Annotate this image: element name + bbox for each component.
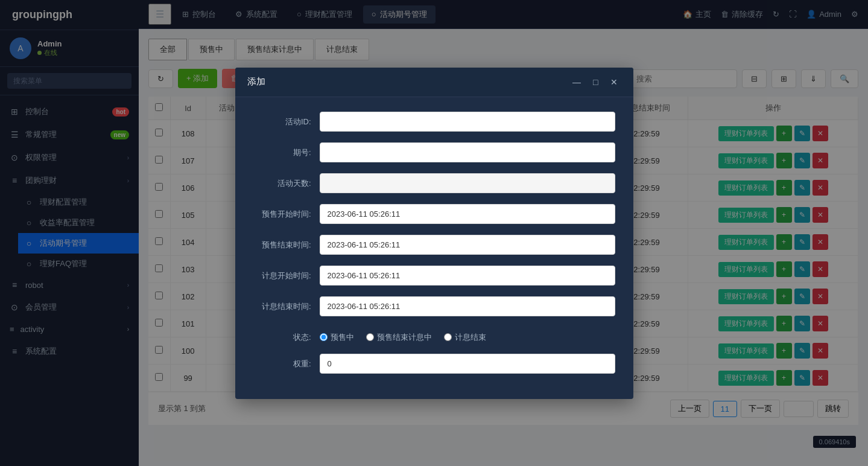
weight-field [320, 354, 615, 374]
weight-label: 权重: [253, 354, 320, 369]
interest-end-label: 计息结束时间: [253, 296, 320, 312]
period-input[interactable] [320, 142, 615, 162]
pre-end-field [320, 235, 615, 255]
form-row-weight: 权重: [253, 354, 615, 374]
restore-button[interactable]: □ [589, 76, 601, 88]
interest-end-field [320, 296, 615, 316]
minimize-button[interactable]: — [569, 76, 584, 88]
add-modal: 添加 — □ ✕ 活动ID: 期号: [235, 68, 633, 399]
interest-end-input[interactable] [320, 296, 615, 316]
modal-title: 添加 [247, 76, 265, 88]
status-interest-label: 预售结束计息中 [377, 332, 432, 343]
modal-body: 活动ID: 期号: 活动天数: [235, 97, 633, 399]
pre-start-input[interactable] [320, 204, 615, 224]
interest-start-field [320, 266, 615, 286]
pre-end-input[interactable] [320, 235, 615, 255]
form-row-interest-start: 计息开始时间: [253, 266, 615, 286]
days-field [320, 173, 615, 193]
pre-start-field [320, 204, 615, 224]
status-field: 预售中 预售结束计息中 计息结束 [320, 327, 615, 343]
status-presale-option[interactable]: 预售中 [320, 332, 354, 343]
modal-overlay[interactable]: 添加 — □ ✕ 活动ID: 期号: [0, 0, 868, 466]
form-row-activity-id: 活动ID: [253, 112, 615, 132]
pre-end-label: 预售结束时间: [253, 235, 320, 251]
form-row-pre-start: 预售开始时间: [253, 204, 615, 224]
modal-controls: — □ ✕ [569, 76, 621, 88]
period-field [320, 142, 615, 162]
activity-id-label: 活动ID: [253, 112, 320, 127]
activity-id-field [320, 112, 615, 132]
status-presale-radio[interactable] [320, 333, 328, 341]
status-interest-option[interactable]: 预售结束计息中 [366, 332, 432, 343]
weight-input[interactable] [320, 354, 615, 374]
status-presale-label: 预售中 [331, 332, 354, 343]
form-row-status: 状态: 预售中 预售结束计息中 计息结束 [253, 327, 615, 343]
days-label: 活动天数: [253, 173, 320, 189]
status-label: 状态: [253, 327, 320, 343]
status-ended-option[interactable]: 计息结束 [444, 332, 486, 343]
form-row-days: 活动天数: [253, 173, 615, 193]
form-row-interest-end: 计息结束时间: [253, 296, 615, 316]
form-row-pre-end: 预售结束时间: [253, 235, 615, 255]
interest-start-input[interactable] [320, 266, 615, 286]
days-input[interactable] [320, 173, 615, 193]
activity-id-select[interactable] [320, 112, 615, 132]
form-row-period: 期号: [253, 142, 615, 162]
modal-header: 添加 — □ ✕ [235, 68, 633, 97]
close-button[interactable]: ✕ [607, 76, 621, 88]
status-ended-label: 计息结束 [455, 332, 486, 343]
pre-start-label: 预售开始时间: [253, 204, 320, 220]
status-ended-radio[interactable] [444, 333, 452, 341]
period-label: 期号: [253, 142, 320, 158]
status-radio-group: 预售中 预售结束计息中 计息结束 [320, 327, 615, 343]
interest-start-label: 计息开始时间: [253, 266, 320, 281]
status-interest-radio[interactable] [366, 333, 374, 341]
